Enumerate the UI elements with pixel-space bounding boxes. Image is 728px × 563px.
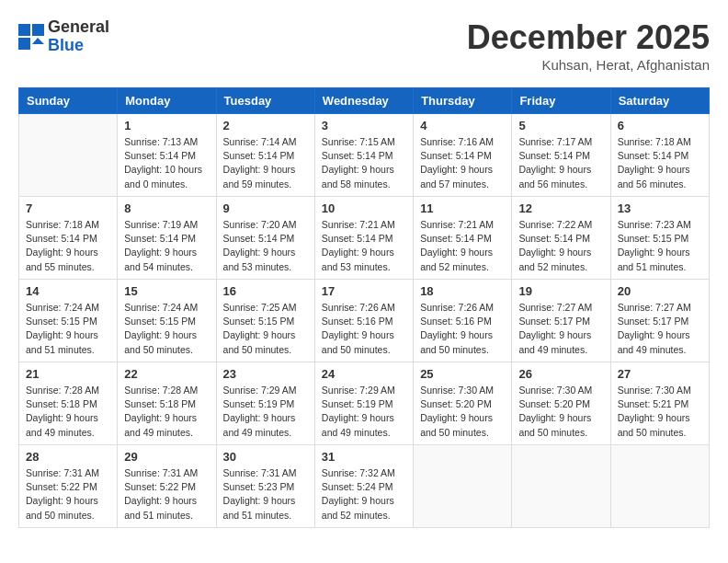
calendar-cell: 23Sunrise: 7:29 AMSunset: 5:19 PMDayligh… bbox=[216, 362, 314, 445]
day-info: Sunrise: 7:30 AMSunset: 5:21 PMDaylight:… bbox=[618, 384, 702, 440]
day-number: 30 bbox=[223, 450, 308, 464]
calendar-cell: 12Sunrise: 7:22 AMSunset: 5:14 PMDayligh… bbox=[512, 197, 610, 280]
day-info: Sunrise: 7:21 AMSunset: 5:14 PMDaylight:… bbox=[322, 218, 406, 274]
day-number: 28 bbox=[26, 450, 110, 464]
day-number: 27 bbox=[618, 367, 702, 381]
calendar-cell: 7Sunrise: 7:18 AMSunset: 5:14 PMDaylight… bbox=[19, 197, 118, 280]
calendar-cell: 15Sunrise: 7:24 AMSunset: 5:15 PMDayligh… bbox=[118, 280, 216, 362]
calendar-cell: 9Sunrise: 7:20 AMSunset: 5:14 PMDaylight… bbox=[216, 197, 314, 280]
day-number: 25 bbox=[420, 367, 505, 381]
day-number: 6 bbox=[618, 119, 702, 132]
calendar-week-row: 7Sunrise: 7:18 AMSunset: 5:14 PMDaylight… bbox=[19, 197, 710, 280]
weekday-header-saturday: Saturday bbox=[610, 88, 709, 114]
day-info: Sunrise: 7:25 AMSunset: 5:15 PMDaylight:… bbox=[223, 301, 308, 357]
calendar-week-row: 28Sunrise: 7:31 AMSunset: 5:22 PMDayligh… bbox=[19, 445, 710, 528]
calendar-cell: 16Sunrise: 7:25 AMSunset: 5:15 PMDayligh… bbox=[216, 280, 314, 362]
day-info: Sunrise: 7:16 AMSunset: 5:14 PMDaylight:… bbox=[420, 135, 505, 191]
calendar-cell: 24Sunrise: 7:29 AMSunset: 5:19 PMDayligh… bbox=[314, 362, 413, 445]
calendar: SundayMondayTuesdayWednesdayThursdayFrid… bbox=[18, 87, 710, 528]
calendar-cell: 28Sunrise: 7:31 AMSunset: 5:22 PMDayligh… bbox=[19, 445, 118, 528]
day-info: Sunrise: 7:31 AMSunset: 5:22 PMDaylight:… bbox=[124, 466, 209, 523]
day-number: 13 bbox=[618, 201, 702, 215]
day-number: 23 bbox=[223, 367, 308, 381]
svg-rect-0 bbox=[18, 24, 30, 36]
calendar-cell bbox=[610, 445, 709, 528]
day-info: Sunrise: 7:24 AMSunset: 5:15 PMDaylight:… bbox=[124, 301, 209, 357]
day-number: 26 bbox=[518, 367, 603, 381]
calendar-cell: 10Sunrise: 7:21 AMSunset: 5:14 PMDayligh… bbox=[314, 197, 413, 280]
month-title: December 2025 bbox=[467, 18, 710, 57]
day-info: Sunrise: 7:30 AMSunset: 5:20 PMDaylight:… bbox=[518, 384, 603, 440]
day-number: 5 bbox=[518, 119, 603, 132]
calendar-cell: 26Sunrise: 7:30 AMSunset: 5:20 PMDayligh… bbox=[512, 362, 610, 445]
calendar-cell: 14Sunrise: 7:24 AMSunset: 5:15 PMDayligh… bbox=[19, 280, 118, 362]
calendar-week-row: 14Sunrise: 7:24 AMSunset: 5:15 PMDayligh… bbox=[19, 280, 710, 362]
day-number: 21 bbox=[26, 367, 110, 381]
calendar-cell: 18Sunrise: 7:26 AMSunset: 5:16 PMDayligh… bbox=[414, 280, 512, 362]
day-number: 24 bbox=[322, 367, 406, 381]
calendar-week-row: 1Sunrise: 7:13 AMSunset: 5:14 PMDaylight… bbox=[19, 114, 710, 197]
day-info: Sunrise: 7:17 AMSunset: 5:14 PMDaylight:… bbox=[518, 135, 603, 191]
day-info: Sunrise: 7:19 AMSunset: 5:14 PMDaylight:… bbox=[124, 218, 209, 274]
calendar-cell: 30Sunrise: 7:31 AMSunset: 5:23 PMDayligh… bbox=[216, 445, 314, 528]
calendar-week-row: 21Sunrise: 7:28 AMSunset: 5:18 PMDayligh… bbox=[19, 362, 710, 445]
day-info: Sunrise: 7:32 AMSunset: 5:24 PMDaylight:… bbox=[322, 466, 406, 523]
logo-text: General Blue bbox=[48, 18, 109, 55]
calendar-cell: 1Sunrise: 7:13 AMSunset: 5:14 PMDaylight… bbox=[118, 114, 216, 197]
day-number: 20 bbox=[618, 284, 702, 298]
header: General Blue December 2025 Kuhsan, Herat… bbox=[18, 18, 710, 73]
calendar-cell: 8Sunrise: 7:19 AMSunset: 5:14 PMDaylight… bbox=[118, 197, 216, 280]
weekday-header-monday: Monday bbox=[118, 88, 216, 114]
day-info: Sunrise: 7:27 AMSunset: 5:17 PMDaylight:… bbox=[618, 301, 702, 357]
day-info: Sunrise: 7:31 AMSunset: 5:23 PMDaylight:… bbox=[223, 466, 308, 523]
day-info: Sunrise: 7:28 AMSunset: 5:18 PMDaylight:… bbox=[124, 384, 209, 440]
day-number: 29 bbox=[124, 450, 209, 464]
day-info: Sunrise: 7:13 AMSunset: 5:14 PMDaylight:… bbox=[124, 135, 209, 191]
day-number: 15 bbox=[124, 284, 209, 298]
day-info: Sunrise: 7:22 AMSunset: 5:14 PMDaylight:… bbox=[518, 218, 603, 274]
weekday-header-row: SundayMondayTuesdayWednesdayThursdayFrid… bbox=[19, 88, 710, 114]
day-info: Sunrise: 7:15 AMSunset: 5:14 PMDaylight:… bbox=[322, 135, 406, 191]
day-number: 4 bbox=[420, 119, 505, 132]
day-info: Sunrise: 7:18 AMSunset: 5:14 PMDaylight:… bbox=[618, 135, 702, 191]
day-info: Sunrise: 7:29 AMSunset: 5:19 PMDaylight:… bbox=[322, 384, 406, 440]
title-area: December 2025 Kuhsan, Herat, Afghanistan bbox=[467, 18, 710, 73]
calendar-cell bbox=[414, 445, 512, 528]
day-number: 16 bbox=[223, 284, 308, 298]
weekday-header-friday: Friday bbox=[512, 88, 610, 114]
weekday-header-thursday: Thursday bbox=[414, 88, 512, 114]
day-number: 3 bbox=[322, 119, 406, 132]
day-info: Sunrise: 7:14 AMSunset: 5:14 PMDaylight:… bbox=[223, 135, 308, 191]
logo-icon bbox=[18, 24, 44, 50]
day-info: Sunrise: 7:21 AMSunset: 5:14 PMDaylight:… bbox=[420, 218, 505, 274]
day-info: Sunrise: 7:20 AMSunset: 5:14 PMDaylight:… bbox=[223, 218, 308, 274]
calendar-cell: 27Sunrise: 7:30 AMSunset: 5:21 PMDayligh… bbox=[610, 362, 709, 445]
svg-rect-2 bbox=[18, 38, 30, 50]
day-number: 19 bbox=[518, 284, 603, 298]
calendar-cell: 21Sunrise: 7:28 AMSunset: 5:18 PMDayligh… bbox=[19, 362, 118, 445]
day-number: 10 bbox=[322, 201, 406, 215]
calendar-cell: 6Sunrise: 7:18 AMSunset: 5:14 PMDaylight… bbox=[610, 114, 709, 197]
day-number: 12 bbox=[518, 201, 603, 215]
calendar-cell: 29Sunrise: 7:31 AMSunset: 5:22 PMDayligh… bbox=[118, 445, 216, 528]
day-number: 14 bbox=[26, 284, 110, 298]
calendar-cell: 31Sunrise: 7:32 AMSunset: 5:24 PMDayligh… bbox=[314, 445, 413, 528]
calendar-cell: 19Sunrise: 7:27 AMSunset: 5:17 PMDayligh… bbox=[512, 280, 610, 362]
day-number: 18 bbox=[420, 284, 505, 298]
day-info: Sunrise: 7:31 AMSunset: 5:22 PMDaylight:… bbox=[26, 466, 110, 523]
day-info: Sunrise: 7:29 AMSunset: 5:19 PMDaylight:… bbox=[223, 384, 308, 440]
calendar-cell: 5Sunrise: 7:17 AMSunset: 5:14 PMDaylight… bbox=[512, 114, 610, 197]
calendar-cell: 4Sunrise: 7:16 AMSunset: 5:14 PMDaylight… bbox=[414, 114, 512, 197]
logo: General Blue bbox=[18, 18, 109, 55]
day-number: 1 bbox=[124, 119, 209, 132]
day-number: 9 bbox=[223, 201, 308, 215]
calendar-cell: 22Sunrise: 7:28 AMSunset: 5:18 PMDayligh… bbox=[118, 362, 216, 445]
calendar-cell bbox=[512, 445, 610, 528]
day-info: Sunrise: 7:27 AMSunset: 5:17 PMDaylight:… bbox=[518, 301, 603, 357]
day-info: Sunrise: 7:18 AMSunset: 5:14 PMDaylight:… bbox=[26, 218, 110, 274]
day-info: Sunrise: 7:26 AMSunset: 5:16 PMDaylight:… bbox=[420, 301, 505, 357]
day-number: 22 bbox=[124, 367, 209, 381]
weekday-header-sunday: Sunday bbox=[19, 88, 118, 114]
day-number: 2 bbox=[223, 119, 308, 132]
day-number: 11 bbox=[420, 201, 505, 215]
